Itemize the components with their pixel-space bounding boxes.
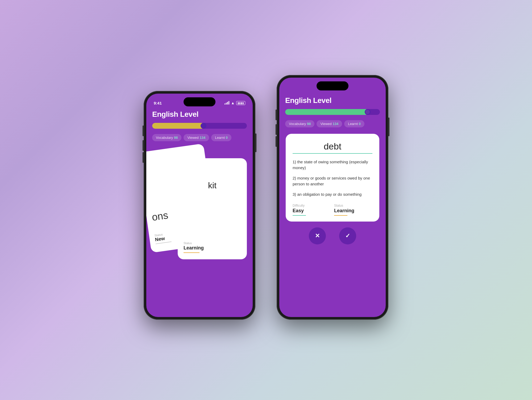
word-card-detail: debt 1) the state of owing something (es… bbox=[286, 134, 379, 222]
viewed-value-right: 134 bbox=[332, 122, 338, 126]
status-line bbox=[334, 215, 347, 216]
status-icons: ▲ ▮▮▮▮ bbox=[225, 101, 245, 105]
right-phone: English Level Vocabulary 98 Viewed 134 bbox=[277, 75, 388, 320]
difficulty-value: Easy bbox=[293, 208, 331, 214]
check-button-right[interactable]: ✓ bbox=[339, 227, 356, 244]
viewed-value-left: 134 bbox=[200, 136, 205, 140]
status-label: Status bbox=[334, 204, 372, 207]
learnt-badge-left: Learnt 0 bbox=[211, 134, 231, 141]
stats-row-left: Vocabulary 98 Viewed 134 Learnt 0 bbox=[152, 134, 247, 141]
card-front-status: Status Learning bbox=[184, 241, 241, 253]
left-screen: 9:41 ▲ ▮▮▮▮ English Level bbox=[146, 94, 253, 317]
status-time: 9:41 bbox=[154, 101, 162, 105]
difficulty-line bbox=[293, 215, 306, 216]
status-value: Learning bbox=[334, 208, 372, 214]
stats-row-right: Vocabulary 98 Viewed 134 Learnt 0 bbox=[285, 120, 380, 127]
vocabulary-badge-right: Vocabulary 98 bbox=[285, 120, 314, 127]
status-item: Status Learning bbox=[334, 204, 372, 216]
word-card-divider bbox=[293, 153, 372, 154]
app-content-left: English Level Vocabulary 98 Viewed 134 bbox=[146, 110, 253, 265]
word-card-footer: Difficulty Easy Status Learning bbox=[293, 204, 372, 216]
card-front[interactable]: kit Status Learning bbox=[178, 158, 247, 259]
difficulty-item: Difficulty Easy bbox=[293, 204, 331, 216]
learnt-label-right: Learnt bbox=[348, 122, 358, 126]
progress-dot-left bbox=[201, 123, 206, 129]
learnt-value-right: 0 bbox=[359, 122, 361, 126]
viewed-label-left: Viewed bbox=[187, 136, 198, 140]
progress-dot-right bbox=[365, 109, 371, 115]
progress-bar-right bbox=[285, 109, 380, 115]
cards-area: Status New ons kit Status Learning bbox=[152, 148, 247, 265]
progress-fill-left bbox=[152, 123, 204, 129]
viewed-label-right: Viewed bbox=[320, 122, 331, 126]
dynamic-island-right bbox=[317, 81, 348, 90]
progress-bar-left bbox=[152, 123, 247, 129]
learnt-label-left: Learnt bbox=[215, 136, 225, 140]
definition-2: 2) money or goods or services owed by on… bbox=[293, 175, 372, 187]
app-title-right: English Level bbox=[285, 96, 380, 105]
progress-fill-right bbox=[285, 109, 368, 115]
vocabulary-badge-left: Vocabulary 98 bbox=[152, 134, 181, 141]
card-back-status: Status New bbox=[154, 232, 172, 244]
word-card-title: debt bbox=[293, 141, 372, 152]
definition-1: 1) the state of owing something (especia… bbox=[293, 159, 372, 171]
card-front-status-label: Status bbox=[184, 241, 241, 245]
card-front-word: kit bbox=[184, 181, 241, 190]
close-button-right[interactable]: ✕ bbox=[309, 227, 326, 244]
app-title-left: English Level bbox=[152, 110, 247, 119]
viewed-badge-left: Viewed 134 bbox=[184, 134, 209, 141]
learnt-value-left: 0 bbox=[226, 136, 228, 140]
vocabulary-value-left: 98 bbox=[174, 136, 178, 140]
right-action-buttons: ✕ ✓ bbox=[285, 227, 380, 244]
wifi-icon: ▲ bbox=[231, 101, 235, 105]
viewed-badge-right: Viewed 134 bbox=[317, 120, 342, 127]
left-phone: 9:41 ▲ ▮▮▮▮ English Level bbox=[144, 91, 255, 320]
vocabulary-label-right: Vocabulary bbox=[289, 122, 306, 126]
word-card-definitions: 1) the state of owing something (especia… bbox=[293, 159, 372, 198]
difficulty-label: Difficulty bbox=[293, 204, 331, 207]
right-screen: English Level Vocabulary 98 Viewed 134 bbox=[279, 78, 386, 317]
battery-icon: ▮▮▮▮ bbox=[236, 101, 245, 105]
vocabulary-label-left: Vocabulary bbox=[156, 136, 173, 140]
app-content-right: English Level Vocabulary 98 Viewed 134 bbox=[279, 78, 386, 244]
definition-3: 3) an obligation to pay or do something bbox=[293, 191, 372, 198]
card-back-word: ons bbox=[151, 210, 169, 223]
vocabulary-value-right: 98 bbox=[307, 122, 311, 126]
card-front-status-line bbox=[184, 252, 200, 253]
learnt-badge-right: Learnt 0 bbox=[344, 120, 364, 127]
card-front-status-value: Learning bbox=[184, 245, 241, 251]
dynamic-island bbox=[184, 97, 215, 106]
signal-bars-icon bbox=[225, 101, 229, 105]
